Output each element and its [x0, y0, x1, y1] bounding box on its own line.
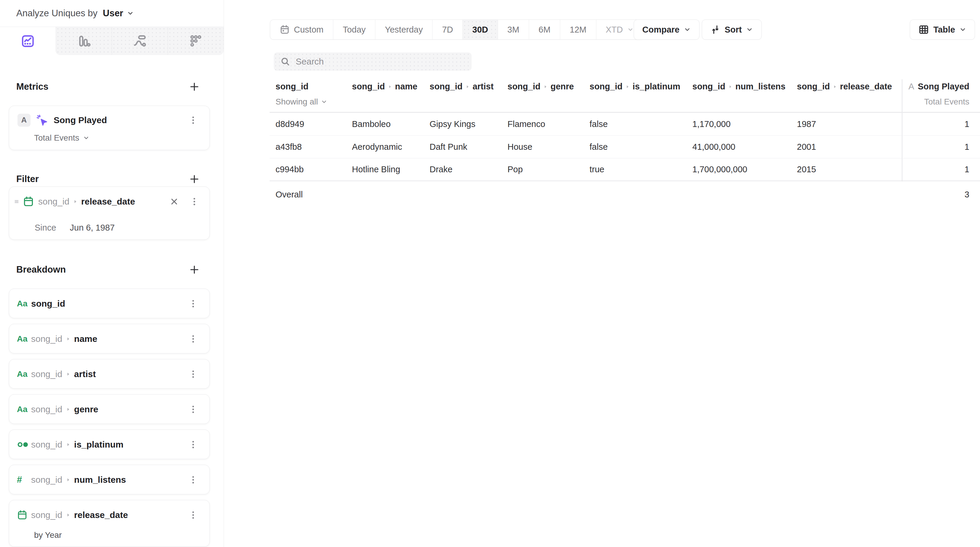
- flow-icon: [133, 34, 146, 48]
- date-range-label: Custom: [294, 25, 323, 35]
- column-header-name[interactable]: song_idname: [352, 82, 417, 92]
- breakdown-bucket-setting[interactable]: by Year: [34, 530, 62, 540]
- column-parent: song_id: [508, 82, 540, 91]
- column-name: name: [395, 82, 417, 91]
- property-arrow-icon: [65, 336, 71, 342]
- column-header-is-platinum[interactable]: song_idis_platinum: [590, 82, 680, 92]
- date-range-12m[interactable]: 12M: [560, 20, 596, 40]
- bar-chart-icon: [77, 34, 91, 48]
- breakdown-property-name: genre: [74, 404, 99, 414]
- view-type-button[interactable]: Table: [910, 19, 975, 40]
- metric-card[interactable]: A Song Played Total Events: [9, 106, 210, 150]
- cell-artist: Gipsy Kings: [430, 113, 476, 135]
- breakdown-card-is-platinum[interactable]: song_id is_platinum: [9, 430, 210, 459]
- date-range-label: 3M: [508, 25, 519, 35]
- breakdown-card-release-date[interactable]: song_id release_date by Year: [9, 500, 210, 547]
- filter-card[interactable]: song_id release_date Since Jun 6, 1987: [9, 187, 210, 240]
- breakdown-card-song-id[interactable]: Aa song_id: [9, 289, 210, 318]
- search-input[interactable]: [296, 57, 465, 67]
- add-metric-button[interactable]: [189, 81, 200, 92]
- date-range-custom[interactable]: Custom: [270, 20, 333, 40]
- breakdown-kebab-menu[interactable]: [188, 510, 198, 520]
- filter-kebab-menu[interactable]: [189, 197, 199, 207]
- filter-value[interactable]: Jun 6, 1987: [70, 223, 115, 233]
- column-parent: song_id: [692, 82, 725, 91]
- breakdown-row: Aa song_id name: [9, 324, 210, 354]
- overall-label: Overall: [275, 182, 303, 207]
- add-filter-button[interactable]: [189, 173, 200, 185]
- breakdown-card-num-listens[interactable]: # song_id num_listens: [9, 465, 210, 494]
- event-click-icon: [36, 114, 48, 126]
- column-header-release-date[interactable]: song_idrelease_date: [797, 82, 892, 92]
- cell-name: Hotline Bling: [352, 159, 400, 181]
- chevron-down-icon[interactable]: [127, 10, 134, 17]
- breakdown-section-header: Breakdown: [0, 262, 224, 277]
- cell-metric-value: 1: [965, 113, 969, 135]
- property-arrow-icon: [832, 82, 837, 91]
- breakdown-card-name[interactable]: Aa song_id name: [9, 324, 210, 354]
- tab-funnel-dots[interactable]: [168, 27, 224, 55]
- property-arrow-icon: [65, 477, 71, 483]
- property-arrow-icon: [465, 82, 470, 91]
- metric-column-title: Song Played: [918, 82, 969, 91]
- cell-num-listens: 41,000,000: [692, 136, 735, 158]
- cell-song-id: c994bb: [275, 159, 304, 181]
- filter-operator[interactable]: Since: [35, 223, 56, 233]
- sort-button[interactable]: Sort: [702, 19, 762, 40]
- date-range-3m[interactable]: 3M: [498, 20, 529, 40]
- date-range-6m[interactable]: 6M: [529, 20, 560, 40]
- filter-parent-property: song_id: [38, 197, 69, 207]
- tab-line-chart[interactable]: [0, 27, 56, 55]
- breakdown-kebab-menu[interactable]: [188, 369, 198, 379]
- tab-bar-chart[interactable]: [56, 27, 112, 55]
- date-range-yesterday[interactable]: Yesterday: [375, 20, 432, 40]
- add-breakdown-button[interactable]: [189, 264, 200, 275]
- column-name: genre: [550, 82, 574, 91]
- cell-artist: Daft Punk: [430, 136, 467, 158]
- date-range-7d[interactable]: 7D: [432, 20, 463, 40]
- table-row[interactable]: d8d949 Bamboleo Gipsy Kings Flamenco fal…: [270, 113, 980, 136]
- property-arrow-icon: [72, 198, 78, 205]
- analysis-title: Analyze Uniques by: [16, 8, 97, 19]
- table-row[interactable]: a43fb8 Aerodynamic Daft Punk House false…: [270, 136, 980, 159]
- date-range-label: XTD: [606, 25, 623, 35]
- measure-dropdown[interactable]: Total Events: [34, 133, 89, 143]
- filter-title: Filter: [16, 174, 39, 184]
- breakdown-kebab-menu[interactable]: [188, 334, 198, 344]
- boolean-type-icon: [17, 440, 31, 449]
- metric-event-name: Song Played: [54, 115, 107, 125]
- table-search[interactable]: [274, 52, 472, 71]
- date-range-control: Custom Today Yesterday 7D 30D 3M 6M 12M …: [270, 19, 643, 40]
- entity-selector[interactable]: User: [103, 8, 123, 19]
- metric-kebab-menu[interactable]: [188, 115, 198, 125]
- breakdown-parent-property: song_id: [31, 439, 62, 450]
- cell-num-listens: 1,170,000: [692, 113, 730, 135]
- cell-num-listens: 1,700,000,000: [692, 159, 747, 181]
- breakdown-parent-property: song_id: [31, 334, 62, 344]
- view-type-label: Table: [933, 25, 955, 35]
- remove-filter-button[interactable]: [170, 197, 179, 206]
- breakdown-kebab-menu[interactable]: [188, 404, 198, 414]
- metric-column-header[interactable]: ASong Played: [908, 82, 969, 92]
- cell-genre: House: [508, 136, 532, 158]
- date-range-today[interactable]: Today: [333, 20, 375, 40]
- config-sidebar: Analyze Uniques by User: [0, 0, 224, 547]
- breakdown-property-name: name: [74, 334, 97, 344]
- table-row[interactable]: c994bb Hotline Bling Drake Pop true 1,70…: [270, 159, 980, 181]
- breakdown-card-genre[interactable]: Aa song_id genre: [9, 394, 210, 424]
- showing-all-dropdown[interactable]: Showing all: [275, 97, 327, 106]
- breakdown-kebab-menu[interactable]: [188, 475, 198, 485]
- column-header-song-id[interactable]: song_id: [275, 82, 309, 92]
- column-header-genre[interactable]: song_idgenre: [508, 82, 574, 92]
- tab-flow[interactable]: [112, 27, 168, 55]
- column-header-num-listens[interactable]: song_idnum_listens: [692, 82, 785, 92]
- column-header-artist[interactable]: song_idartist: [430, 82, 493, 92]
- compare-label: Compare: [642, 25, 679, 35]
- compare-button[interactable]: Compare: [634, 19, 700, 40]
- breakdown-card-artist[interactable]: Aa song_id artist: [9, 359, 210, 388]
- drag-handle-icon[interactable]: [13, 198, 21, 205]
- breakdown-kebab-menu[interactable]: [188, 299, 198, 309]
- breakdown-kebab-menu[interactable]: [188, 439, 198, 450]
- date-range-label: 30D: [472, 25, 488, 35]
- date-range-30d[interactable]: 30D: [463, 20, 497, 40]
